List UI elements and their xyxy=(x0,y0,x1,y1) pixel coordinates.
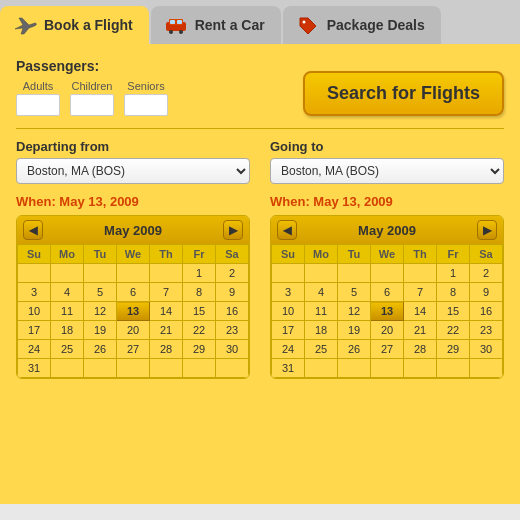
return-when-text: When: xyxy=(270,194,313,209)
day-cell[interactable]: 22 xyxy=(437,321,470,340)
day-cell[interactable]: 4 xyxy=(51,283,84,302)
day-cell[interactable]: 21 xyxy=(404,321,437,340)
search-button[interactable]: Search for Flights xyxy=(303,71,504,116)
seniors-input[interactable] xyxy=(124,94,168,116)
svg-point-2 xyxy=(169,30,173,34)
empty-cell xyxy=(470,359,503,378)
depart-next-month[interactable]: ▶ xyxy=(223,220,243,240)
departing-select[interactable]: Boston, MA (BOS) xyxy=(16,158,250,184)
day-cell[interactable]: 30 xyxy=(470,340,503,359)
day-cell[interactable]: 31 xyxy=(18,359,51,378)
depart-cal-grid: SuMoTuWeThFrSa 1234567891011121314151617… xyxy=(17,244,249,378)
seniors-label: Seniors xyxy=(127,80,164,92)
day-cell[interactable]: 30 xyxy=(216,340,249,359)
day-cell[interactable]: 1 xyxy=(183,264,216,283)
day-cell[interactable]: 10 xyxy=(272,302,305,321)
day-cell[interactable]: 17 xyxy=(272,321,305,340)
departing-section: Departing from Boston, MA (BOS) xyxy=(16,139,250,184)
day-cell[interactable]: 3 xyxy=(272,283,305,302)
day-cell[interactable]: 26 xyxy=(338,340,371,359)
return-next-month[interactable]: ▶ xyxy=(477,220,497,240)
day-cell[interactable]: 24 xyxy=(272,340,305,359)
day-cell[interactable]: 1 xyxy=(437,264,470,283)
return-date: May 13, 2009 xyxy=(313,194,393,209)
day-cell[interactable]: 13 xyxy=(371,302,404,321)
day-cell[interactable]: 20 xyxy=(371,321,404,340)
day-cell[interactable]: 14 xyxy=(150,302,183,321)
day-cell[interactable]: 19 xyxy=(84,321,117,340)
day-cell[interactable]: 17 xyxy=(18,321,51,340)
day-cell[interactable]: 23 xyxy=(470,321,503,340)
children-input[interactable] xyxy=(70,94,114,116)
day-cell[interactable]: 19 xyxy=(338,321,371,340)
day-cell[interactable]: 3 xyxy=(18,283,51,302)
day-cell[interactable]: 2 xyxy=(470,264,503,283)
day-cell[interactable]: 22 xyxy=(183,321,216,340)
empty-cell xyxy=(338,264,371,283)
day-cell[interactable]: 26 xyxy=(84,340,117,359)
return-calendar: ◀ May 2009 ▶ SuMoTuWeThFrSa 123456789101… xyxy=(270,215,504,379)
day-cell[interactable]: 25 xyxy=(305,340,338,359)
day-cell[interactable]: 25 xyxy=(51,340,84,359)
day-cell[interactable]: 9 xyxy=(216,283,249,302)
day-cell[interactable]: 8 xyxy=(183,283,216,302)
seniors-group: Seniors xyxy=(124,80,168,116)
day-cell[interactable]: 27 xyxy=(371,340,404,359)
day-cell[interactable]: 31 xyxy=(272,359,305,378)
empty-cell xyxy=(305,264,338,283)
day-cell[interactable]: 28 xyxy=(404,340,437,359)
svg-point-3 xyxy=(179,30,183,34)
empty-cell xyxy=(183,359,216,378)
main-content: Passengers: Adults Children Seniors Sear… xyxy=(0,44,520,504)
empty-cell xyxy=(150,359,183,378)
day-cell[interactable]: 10 xyxy=(18,302,51,321)
day-cell[interactable]: 14 xyxy=(404,302,437,321)
adults-input[interactable] xyxy=(16,94,60,116)
day-cell[interactable]: 6 xyxy=(117,283,150,302)
depart-prev-month[interactable]: ◀ xyxy=(23,220,43,240)
cal-day-header: Th xyxy=(404,245,437,264)
day-cell[interactable]: 11 xyxy=(305,302,338,321)
day-cell[interactable]: 18 xyxy=(51,321,84,340)
day-cell[interactable]: 12 xyxy=(84,302,117,321)
day-cell[interactable]: 28 xyxy=(150,340,183,359)
day-cell[interactable]: 29 xyxy=(437,340,470,359)
day-cell[interactable]: 2 xyxy=(216,264,249,283)
return-when-label: When: May 13, 2009 xyxy=(270,194,504,209)
depart-month-title: May 2009 xyxy=(104,223,162,238)
day-cell[interactable]: 23 xyxy=(216,321,249,340)
tab-rent-car[interactable]: Rent a Car xyxy=(151,6,281,44)
day-cell[interactable]: 24 xyxy=(18,340,51,359)
empty-cell xyxy=(437,359,470,378)
day-cell[interactable]: 16 xyxy=(470,302,503,321)
day-cell[interactable]: 9 xyxy=(470,283,503,302)
day-cell[interactable]: 12 xyxy=(338,302,371,321)
day-cell[interactable]: 7 xyxy=(404,283,437,302)
cal-day-header: Tu xyxy=(338,245,371,264)
day-cell[interactable]: 20 xyxy=(117,321,150,340)
day-cell[interactable]: 13 xyxy=(117,302,150,321)
day-cell[interactable]: 5 xyxy=(84,283,117,302)
day-cell[interactable]: 15 xyxy=(183,302,216,321)
day-cell[interactable]: 7 xyxy=(150,283,183,302)
day-cell[interactable]: 5 xyxy=(338,283,371,302)
depart-calendar: ◀ May 2009 ▶ SuMoTuWeThFrSa 123456789101… xyxy=(16,215,250,379)
day-cell[interactable]: 18 xyxy=(305,321,338,340)
depart-cal-header: ◀ May 2009 ▶ xyxy=(17,216,249,244)
day-cell[interactable]: 8 xyxy=(437,283,470,302)
day-cell[interactable]: 4 xyxy=(305,283,338,302)
return-prev-month[interactable]: ◀ xyxy=(277,220,297,240)
day-cell[interactable]: 21 xyxy=(150,321,183,340)
day-cell[interactable]: 27 xyxy=(117,340,150,359)
day-cell[interactable]: 11 xyxy=(51,302,84,321)
day-cell[interactable]: 16 xyxy=(216,302,249,321)
going-to-select[interactable]: Boston, MA (BOS) xyxy=(270,158,504,184)
tab-book-flight[interactable]: Book a Flight xyxy=(0,6,149,44)
empty-cell xyxy=(371,264,404,283)
day-cell[interactable]: 15 xyxy=(437,302,470,321)
day-cell[interactable]: 29 xyxy=(183,340,216,359)
empty-cell xyxy=(117,264,150,283)
tab-package-deals[interactable]: Package Deals xyxy=(283,6,441,44)
day-cell[interactable]: 6 xyxy=(371,283,404,302)
empty-cell xyxy=(117,359,150,378)
